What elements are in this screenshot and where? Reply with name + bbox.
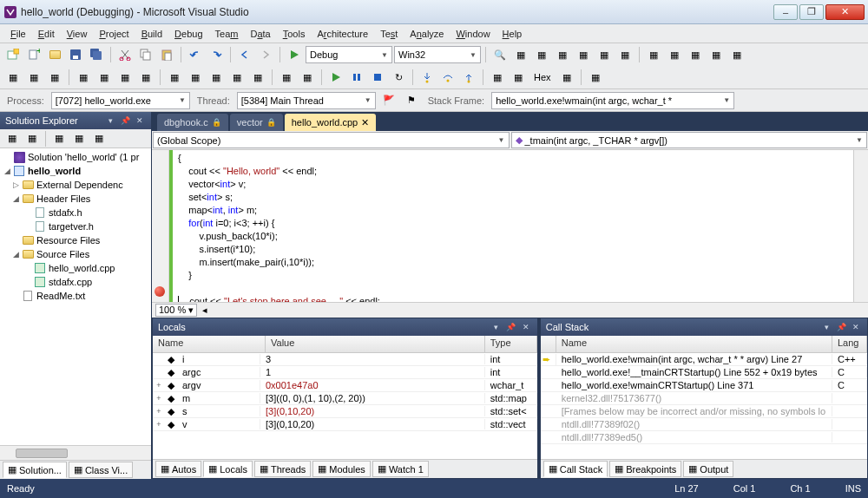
tb2-a[interactable]: ▦ <box>3 68 23 87</box>
readme-node[interactable]: ReadMe.txt <box>36 291 85 301</box>
code-editor[interactable]: { cout << "Hello, world" << endl; vector… <box>173 150 853 302</box>
tb2-hex-c[interactable]: ▦ <box>557 68 576 87</box>
table-row[interactable]: ➨hello_world.exe!wmain(int argc, wchar_t… <box>541 353 867 366</box>
solexp-hscroll[interactable] <box>0 445 151 460</box>
thread-flag-button[interactable]: 🚩 <box>379 91 398 110</box>
menu-file[interactable]: File <box>5 27 31 41</box>
editor-vscroll[interactable] <box>853 150 868 302</box>
panel-close-icon[interactable]: ✕ <box>850 321 862 333</box>
tab-output[interactable]: ▦ Output <box>683 461 733 477</box>
process-combo[interactable]: [7072] hello_world.exe▼ <box>51 92 190 109</box>
panel-pin-icon[interactable]: 📌 <box>835 321 847 333</box>
menu-build[interactable]: Build <box>136 27 168 41</box>
table-row[interactable]: +◆v[3](0,10,20)std::vect <box>153 418 537 431</box>
tb2-m[interactable]: ▦ <box>277 68 296 87</box>
resource-files-node[interactable]: Resource Files <box>36 235 100 246</box>
solexp-btn-d[interactable]: ▦ <box>69 129 89 148</box>
menu-debug[interactable]: Debug <box>169 27 207 41</box>
solexp-properties-button[interactable]: ▦ <box>89 129 108 148</box>
tb-btn-i[interactable]: ▦ <box>686 45 705 64</box>
solution-node[interactable]: Solution 'hello_world' (1 pr <box>28 152 139 162</box>
tb-btn-f[interactable]: ▦ <box>615 45 635 64</box>
platform-combo[interactable]: Win32▼ <box>394 46 481 63</box>
solexp-btn-b[interactable]: ▦ <box>23 129 42 148</box>
menu-edit[interactable]: Edit <box>33 27 60 41</box>
tb-btn-a[interactable]: ▦ <box>511 45 530 64</box>
menu-data[interactable]: Data <box>245 27 275 41</box>
tab-dbghook[interactable]: dbghook.c🔒 <box>157 114 228 131</box>
header-files-node[interactable]: Header Files <box>36 193 90 204</box>
tb-btn-h[interactable]: ▦ <box>665 45 684 64</box>
project-node[interactable]: hello_world <box>28 166 81 176</box>
start-debug-button[interactable] <box>285 45 304 64</box>
tab-autos[interactable]: ▦ Autos <box>155 461 201 477</box>
tb2-n[interactable]: ▦ <box>298 68 317 87</box>
stackframe-combo[interactable]: hello_world.exe!wmain(int argc, wchar_t … <box>491 92 734 109</box>
nav-fwd-button[interactable] <box>256 45 275 64</box>
panel-pin-icon[interactable]: 📌 <box>119 115 131 127</box>
pause-button[interactable] <box>347 68 366 87</box>
stop-button[interactable] <box>368 68 387 87</box>
tb2-hex-b[interactable]: ▦ <box>509 68 528 87</box>
menu-help[interactable]: Help <box>497 27 528 41</box>
callstack-col-name[interactable]: Name <box>556 336 832 352</box>
callstack-col-lang[interactable]: Lang <box>832 336 867 352</box>
save-all-button[interactable] <box>87 45 106 64</box>
menu-view[interactable]: View <box>62 27 93 41</box>
breakpoint-icon[interactable] <box>155 286 165 297</box>
step-over-button[interactable] <box>438 68 457 87</box>
breakpoint-gutter[interactable] <box>152 150 169 302</box>
hello-cpp-node[interactable]: hello_world.cpp <box>49 263 115 273</box>
menu-window[interactable]: Window <box>450 27 495 41</box>
tb2-b[interactable]: ▦ <box>24 68 43 87</box>
maximize-button[interactable]: ❐ <box>799 4 824 20</box>
table-row[interactable]: hello_world.exe!wmainCRTStartup() Line 3… <box>541 379 867 392</box>
step-out-button[interactable] <box>459 68 478 87</box>
step-into-button[interactable] <box>418 68 437 87</box>
tb2-d[interactable]: ▦ <box>74 68 93 87</box>
tb2-h[interactable]: ▦ <box>165 68 184 87</box>
continue-button[interactable] <box>326 68 345 87</box>
add-item-button[interactable]: + <box>24 45 43 64</box>
tab-solution[interactable]: ▦ Solution... <box>3 462 67 478</box>
tb-btn-d[interactable]: ▦ <box>574 45 593 64</box>
tb-btn-k[interactable]: ▦ <box>727 45 746 64</box>
thread-combo[interactable]: [5384] Main Thread▼ <box>237 92 376 109</box>
tb2-f[interactable]: ▦ <box>115 68 135 87</box>
locals-col-name[interactable]: Name <box>153 336 266 352</box>
minimize-button[interactable]: – <box>773 4 798 20</box>
solexp-btn-c[interactable]: ▦ <box>49 129 69 148</box>
panel-dropdown-icon[interactable]: ▾ <box>490 321 503 333</box>
solexp-btn-a[interactable]: ▦ <box>3 129 22 148</box>
stdafx-cpp-node[interactable]: stdafx.cpp <box>49 277 92 287</box>
table-row[interactable]: hello_world.exe!__tmainCRTStartup() Line… <box>541 366 867 379</box>
redo-button[interactable] <box>207 45 226 64</box>
solution-tree[interactable]: Solution 'hello_world' (1 pr ◢hello_worl… <box>0 148 151 445</box>
paste-button[interactable] <box>157 45 176 64</box>
stdafx-h-node[interactable]: stdafx.h <box>49 207 82 218</box>
tb-btn-j[interactable]: ▦ <box>707 45 726 64</box>
menu-architecture[interactable]: Architecture <box>312 27 373 41</box>
tb-btn-e[interactable]: ▦ <box>595 45 614 64</box>
tb2-j[interactable]: ▦ <box>207 68 226 87</box>
tb2-end[interactable]: ▦ <box>586 68 605 87</box>
config-combo[interactable]: Debug▼ <box>306 46 392 63</box>
tab-locals[interactable]: ▦ Locals <box>203 461 253 477</box>
table-row[interactable]: +◆argv0x001e47a0wchar_t <box>153 379 537 392</box>
tab-hello[interactable]: hello_world.cpp✕ <box>285 114 376 131</box>
tb2-l[interactable]: ▦ <box>248 68 267 87</box>
tb-btn-c[interactable]: ▦ <box>553 45 572 64</box>
hex-toggle[interactable]: Hex <box>529 68 556 87</box>
tb2-c[interactable]: ▦ <box>45 68 64 87</box>
locals-col-value[interactable]: Value <box>266 336 485 352</box>
tb2-e[interactable]: ▦ <box>95 68 114 87</box>
tb-btn-b[interactable]: ▦ <box>532 45 551 64</box>
zoom-combo[interactable]: 100 % ▾ <box>155 304 197 317</box>
table-row[interactable]: +◆m[3]((0, 0),(1, 10),(2, 20))std::map <box>153 392 537 405</box>
tb2-k[interactable]: ▦ <box>227 68 247 87</box>
undo-button[interactable] <box>186 45 205 64</box>
ext-deps-node[interactable]: External Dependenc <box>36 180 123 190</box>
table-row[interactable]: ◆i3int <box>153 353 537 366</box>
locals-grid[interactable]: ◆i3int◆argc1int+◆argv0x001e47a0wchar_t+◆… <box>153 353 537 459</box>
scope-combo[interactable]: (Global Scope)▼ <box>153 132 510 148</box>
